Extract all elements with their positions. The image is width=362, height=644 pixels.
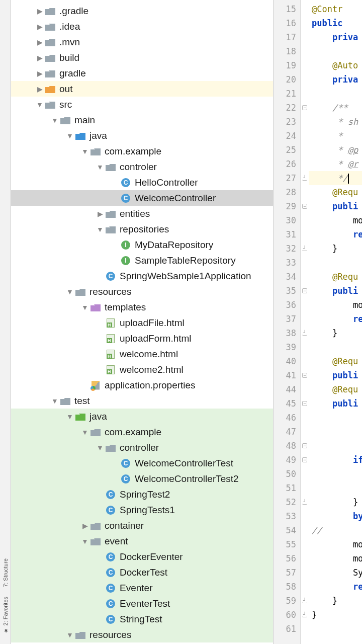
tree-item[interactable]: CHelloController [11, 175, 273, 190]
code-line[interactable]: // S [309, 523, 362, 537]
tree-item[interactable]: ▼event [11, 533, 273, 549]
tree-item[interactable]: application.properties [11, 377, 273, 393]
chevron-down-icon[interactable]: ▼ [65, 631, 74, 639]
code-line[interactable]: publi [309, 199, 362, 213]
code-line[interactable]: } [309, 326, 362, 340]
fold-marker[interactable]: ┘ [301, 242, 309, 256]
tree-item[interactable]: ▶container [11, 518, 273, 533]
code-line[interactable]: mod [309, 537, 362, 551]
tree-item[interactable]: ▶.gradle [11, 3, 273, 19]
tree-item[interactable]: ▼java [11, 128, 273, 143]
code-line[interactable]: } [309, 608, 362, 622]
code-line[interactable]: public [309, 16, 362, 30]
fold-marker[interactable]: − [301, 368, 309, 382]
chevron-down-icon[interactable]: ▼ [65, 288, 74, 296]
structure-tool-button[interactable]: 7: Structure [3, 558, 9, 587]
code-line[interactable]: * [309, 129, 362, 143]
tree-item[interactable]: ▶.idea [11, 19, 273, 34]
tree-item[interactable]: CWelcomeController [11, 190, 273, 206]
tree-item[interactable]: uploadForm.html [11, 331, 273, 346]
tree-item[interactable]: ▶entities [11, 206, 273, 221]
code-line[interactable]: @Requ [309, 185, 362, 199]
tree-item[interactable]: uploadFile.html [11, 315, 273, 331]
code-line[interactable]: @Requ [309, 270, 362, 284]
code-line[interactable]: } [309, 242, 362, 256]
chevron-down-icon[interactable]: ▼ [65, 413, 74, 421]
chevron-right-icon[interactable]: ▶ [35, 85, 44, 93]
tree-item[interactable]: ▼com.example [11, 424, 273, 440]
tree-item[interactable]: CDockerTest [11, 565, 273, 580]
code-line[interactable]: @Requ [309, 382, 362, 396]
chevron-down-icon[interactable]: ▼ [80, 147, 89, 155]
tree-item[interactable]: ▼com.example [11, 143, 273, 159]
fold-marker[interactable]: − [301, 439, 309, 453]
code-line[interactable]: */ [309, 171, 362, 185]
tree-item[interactable]: ▼src [11, 97, 273, 112]
tree-item[interactable]: ▼java [11, 409, 273, 424]
tree-item[interactable]: ▼test [11, 393, 273, 409]
chevron-down-icon[interactable]: ▼ [80, 537, 89, 545]
chevron-right-icon[interactable]: ▶ [96, 210, 105, 218]
chevron-down-icon[interactable]: ▼ [35, 101, 44, 109]
fold-marker[interactable]: − [301, 284, 309, 298]
fold-marker[interactable]: − [301, 396, 309, 411]
code-line[interactable]: * sh [309, 115, 362, 129]
code-line[interactable]: mod [309, 551, 362, 566]
tree-item[interactable]: CWelcomeControllerTest [11, 455, 273, 471]
code-line[interactable] [309, 425, 362, 439]
code-line[interactable] [309, 340, 362, 354]
fold-column[interactable]: −┘−┘−┘−−−−┘┘┘ [301, 0, 309, 644]
chevron-right-icon[interactable]: ▶ [35, 54, 44, 62]
chevron-right-icon[interactable]: ▶ [35, 23, 44, 31]
code-line[interactable]: a [309, 467, 362, 481]
chevron-down-icon[interactable]: ▼ [96, 225, 105, 233]
fold-marker[interactable]: ┘ [301, 594, 309, 608]
tree-item[interactable]: ▼controller [11, 440, 273, 455]
code-line[interactable]: mod [309, 213, 362, 227]
tree-item[interactable]: CSpringTest2 [11, 487, 273, 502]
chevron-right-icon[interactable]: ▶ [35, 38, 44, 46]
chevron-down-icon[interactable]: ▼ [50, 116, 59, 124]
code-line[interactable]: priva [309, 30, 362, 44]
code-line[interactable]: mod [309, 298, 362, 312]
chevron-down-icon[interactable]: ▼ [50, 397, 59, 405]
tree-item[interactable]: CEventer [11, 580, 273, 596]
tree-item[interactable]: ▶build [11, 50, 273, 65]
fold-marker[interactable]: − [301, 453, 309, 467]
chevron-down-icon[interactable]: ▼ [96, 163, 105, 171]
code-line[interactable] [309, 411, 362, 425]
fold-marker[interactable]: ┘ [301, 608, 309, 622]
tree-item[interactable]: CStringTest [11, 611, 273, 627]
code-line[interactable]: * @r [309, 157, 362, 171]
code-line[interactable]: } [309, 594, 362, 608]
tree-item[interactable]: IMyDataRepository [11, 237, 273, 253]
tree-item[interactable]: welcome2.html [11, 362, 273, 377]
tree-item[interactable]: ▼main [11, 112, 273, 128]
code-area[interactable]: @Contrpublic priva @Auto priva /** * sh … [309, 0, 362, 644]
code-line[interactable]: publi [309, 396, 362, 411]
tree-item[interactable]: ▼resources [11, 284, 273, 299]
code-line[interactable] [309, 622, 362, 636]
tree-item[interactable]: ▶gradle [11, 65, 273, 81]
code-line[interactable] [309, 256, 362, 270]
chevron-down-icon[interactable]: ▼ [96, 444, 105, 452]
chevron-right-icon[interactable]: ▶ [80, 522, 89, 530]
tree-item[interactable]: welcome.html [11, 346, 273, 362]
chevron-down-icon[interactable]: ▼ [80, 428, 89, 436]
code-line[interactable]: @Contr [309, 2, 362, 16]
code-line[interactable]: publi [309, 284, 362, 298]
code-line[interactable]: } [309, 495, 362, 509]
code-line[interactable]: Sys [309, 566, 362, 580]
tree-item[interactable]: CDockerEventer [11, 549, 273, 565]
tree-item[interactable]: ▼resources [11, 627, 273, 642]
code-line[interactable]: publi [309, 368, 362, 382]
tree-item[interactable]: ▶.mvn [11, 34, 273, 50]
code-line[interactable]: @Auto [309, 58, 362, 72]
favorites-tool-button[interactable]: ★ 2: Favorites [2, 597, 9, 634]
tree-item[interactable]: ▶out [11, 81, 273, 97]
code-line[interactable]: * @p [309, 143, 362, 157]
tree-item[interactable]: ▼templates [11, 299, 273, 315]
fold-marker[interactable]: ┘ [301, 326, 309, 340]
code-line[interactable]: /** [309, 101, 362, 115]
fold-marker[interactable]: − [301, 101, 309, 115]
